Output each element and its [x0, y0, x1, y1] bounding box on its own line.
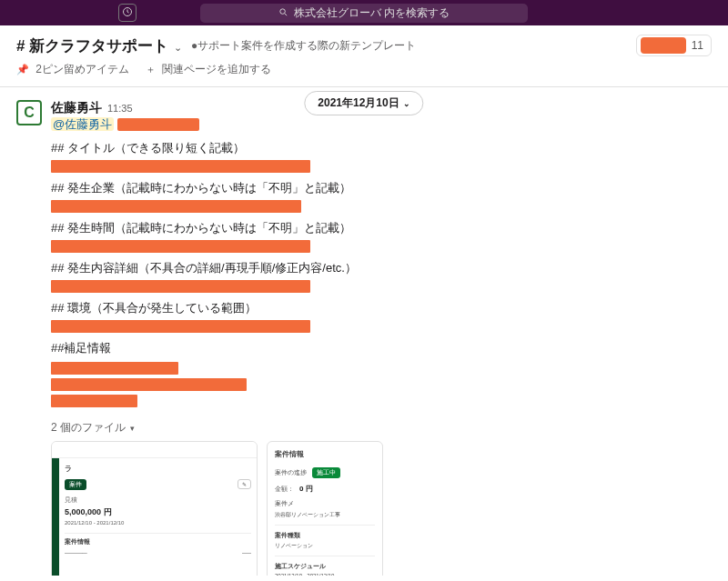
redacted-block — [51, 280, 310, 293]
a2-row2-label: 金額： — [275, 485, 294, 494]
clock-icon — [122, 6, 133, 20]
messages-area: 2021年12月10日 ⌄ C 佐藤勇斗 11:35 @佐藤勇斗 ## タイトル… — [0, 87, 728, 576]
pinned-items-label: 2ピン留めアイテム — [35, 63, 129, 75]
members-button[interactable]: 11 — [636, 35, 712, 56]
redacted-block — [51, 362, 178, 375]
a2-row1-tag: 施工中 — [312, 467, 340, 478]
history-button[interactable] — [118, 4, 136, 22]
date-divider[interactable]: 2021年12月10日 ⌄ — [304, 91, 423, 115]
template-heading-time: ## 発生時間（記載時にわからない時は「不明」と記載） — [51, 220, 712, 236]
a1-edit-btn: ✎ — [238, 479, 251, 489]
pinned-items-button[interactable]: 📌 2ピン留めアイテム — [16, 62, 129, 77]
a2-sec3-value: 2021/12/10 - 2021/12/10 — [275, 573, 375, 576]
pin-bar: 📌 2ピン留めアイテム ＋ 関連ページを追加する — [0, 56, 728, 87]
chevron-down-icon: ⌄ — [403, 99, 410, 108]
caret-down-icon: ▾ — [130, 424, 135, 433]
channel-title-button[interactable]: # 新クラフタサポート ⌄ — [16, 35, 182, 56]
a1-amount: 5,000,000 円 — [65, 506, 124, 518]
search-input[interactable]: 株式会社グローバ 内を検索する — [200, 4, 528, 23]
svg-point-1 — [280, 8, 286, 14]
channel-topic: ●サポート案件を作成する際の新テンプレート — [191, 38, 416, 54]
add-related-button[interactable]: ＋ 関連ページを追加する — [146, 62, 271, 77]
member-count: 11 — [692, 39, 703, 52]
add-related-label: 関連ページを追加する — [162, 63, 271, 75]
redacted-block — [51, 200, 301, 213]
channel-header-left: # 新クラフタサポート ⌄ ●サポート案件を作成する際の新テンプレート — [16, 35, 416, 56]
user-mention[interactable]: @佐藤勇斗 — [51, 117, 114, 131]
avatar[interactable]: C — [16, 100, 42, 125]
member-avatars-redacted — [641, 37, 686, 54]
search-placeholder: 株式会社グローバ 内を検索する — [294, 5, 450, 21]
a2-row3-label: 案件メ — [275, 499, 294, 508]
message: C 佐藤勇斗 11:35 @佐藤勇斗 ## タイトル（できる限り短く記載） ##… — [16, 100, 712, 576]
template-heading-details: ## 発生内容詳細（不具合の詳細/再現手順/修正内容/etc.） — [51, 260, 712, 276]
a1-section2-title: 案件情報 — [65, 537, 251, 546]
redacted-block — [51, 395, 137, 407]
attachment-preview-1[interactable]: ラ 案件 見積 5,000,000 円 2021/12/10 - 2021/12… — [51, 441, 258, 576]
a2-sec2-title: 案件種類 — [275, 531, 375, 540]
mention-line: @佐藤勇斗 — [51, 116, 712, 133]
a1-amount-label: 見積 — [65, 496, 77, 505]
channel-title: # 新クラフタサポート — [16, 37, 168, 55]
template-heading-extra: ##補足情報 — [51, 340, 712, 356]
attachment-preview-2[interactable]: 案件情報 案件の進捗 施工中 金額： 0 円 案件メ 渋谷邸リノベーション工事 … — [267, 441, 383, 576]
message-body: 佐藤勇斗 11:35 @佐藤勇斗 ## タイトル（できる限り短く記載） ## 発… — [51, 100, 712, 576]
a1-chip: 案件 — [65, 479, 86, 490]
a1-title: ラ — [65, 464, 251, 474]
attachment1-toolbar — [52, 442, 257, 458]
plus-icon: ＋ — [146, 64, 156, 75]
redacted-block — [51, 160, 310, 173]
attachment1-sidebar — [52, 458, 59, 576]
attachment1-body: ラ 案件 見積 5,000,000 円 2021/12/10 - 2021/12… — [59, 458, 257, 576]
files-label: 2 個のファイル — [51, 421, 126, 434]
a2-row2-value: 0 円 — [299, 484, 313, 494]
redacted-block — [51, 378, 247, 391]
a2-sec2-value: リノベーション — [275, 542, 375, 550]
a2-row1-label: 案件の進捗 — [275, 468, 307, 477]
top-bar: 株式会社グローバ 内を検索する — [0, 0, 728, 25]
redacted-block — [51, 240, 310, 253]
date-divider-label: 2021年12月10日 — [318, 95, 399, 111]
a1-daterow: 2021/12/10 - 2021/12/10 — [65, 520, 124, 526]
a2-sec3-title: 施工スケジュール — [275, 562, 375, 571]
template-heading-company: ## 発生企業（記載時にわからない時は「不明」と記載） — [51, 180, 712, 196]
message-time: 11:35 — [107, 103, 133, 114]
chevron-down-icon: ⌄ — [174, 42, 182, 53]
attachments: ラ 案件 見積 5,000,000 円 2021/12/10 - 2021/12… — [51, 441, 712, 576]
channel-header: # 新クラフタサポート ⌄ ●サポート案件を作成する際の新テンプレート 11 — [0, 25, 728, 56]
files-summary[interactable]: 2 個のファイル ▾ — [51, 420, 712, 436]
pin-icon: 📌 — [16, 64, 29, 75]
a2-row3-value: 渋谷邸リノベーション工事 — [275, 511, 375, 519]
message-author[interactable]: 佐藤勇斗 — [51, 100, 102, 116]
redacted-text — [117, 118, 199, 131]
search-icon — [278, 7, 288, 19]
redacted-block — [51, 320, 310, 333]
a2-title: 案件情報 — [275, 449, 375, 459]
template-heading-env: ## 環境（不具合が発生している範囲） — [51, 300, 712, 316]
template-heading-title: ## タイトル（できる限り短く記載） — [51, 140, 712, 156]
